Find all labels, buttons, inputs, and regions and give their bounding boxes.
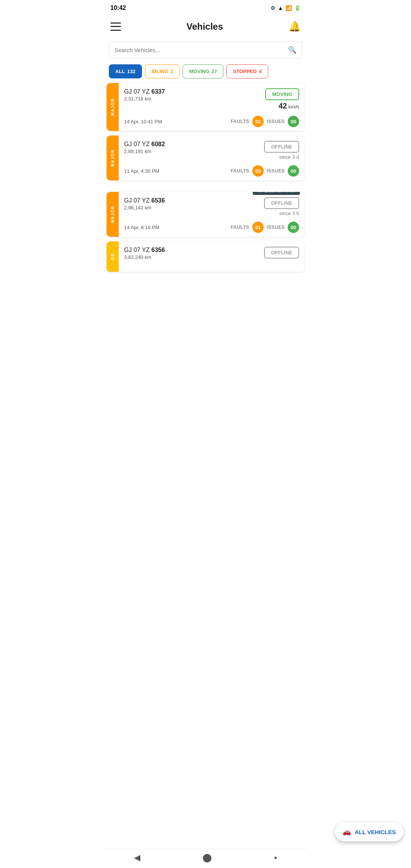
issues-label: ISSUES bbox=[267, 225, 285, 230]
vehicle-card[interactable]: MAJOR GJ 07 YZ 6082 2,89,191 km OFFLINE … bbox=[107, 136, 304, 180]
recent-button[interactable]: ▪ bbox=[274, 853, 277, 863]
status-time: 10:42 bbox=[110, 5, 126, 11]
menu-button[interactable] bbox=[110, 22, 121, 31]
filter-tab-all[interactable]: ALL 132 bbox=[109, 64, 142, 78]
vehicle-id: GJ 07 YZ 6082 bbox=[124, 141, 165, 148]
issues-label: ISSUES bbox=[267, 168, 285, 174]
card-top: GJ 07 YZ 6536 2,96,142 km OFFLINE since … bbox=[124, 197, 299, 216]
faults-issues: FAULTS 01 ISSUES 00 bbox=[231, 222, 299, 233]
search-input[interactable] bbox=[115, 47, 288, 53]
severity-bar: OR bbox=[107, 241, 119, 272]
since-text: since 3 d bbox=[279, 154, 299, 160]
vehicle-km: 2,96,142 km bbox=[124, 205, 165, 211]
card-right: OFFLINE since 3 h bbox=[250, 197, 299, 216]
filter-moving-label: MOVING bbox=[189, 69, 209, 74]
faults-badge: 03 bbox=[252, 165, 264, 177]
battery-icon: 🔋 bbox=[294, 5, 301, 11]
bottom-nav: ◀ ⬤ ▪ bbox=[103, 849, 308, 868]
filter-tab-moving[interactable]: MOVING 27 bbox=[183, 64, 223, 78]
faults-label: FAULTS bbox=[231, 225, 249, 230]
status-badge: OFFLINE bbox=[264, 197, 299, 209]
card-date: 14 Apr, 10:41 PM bbox=[124, 119, 162, 124]
filter-idling-count: 2 bbox=[170, 69, 173, 74]
status-badge: OFFLINE bbox=[264, 247, 299, 258]
home-button[interactable]: ⬤ bbox=[202, 853, 212, 863]
filter-stopped-count: 4 bbox=[259, 69, 261, 74]
status-icons: ⚙ ▲ 📶 🔋 bbox=[271, 5, 301, 11]
filter-tab-idling[interactable]: IDLING 2 bbox=[145, 64, 180, 78]
severity-bar: MAJOR bbox=[107, 192, 119, 237]
vehicle-km: 2,31,718 km bbox=[124, 96, 165, 102]
vehicle-info: GJ 07 YZ 6356 3,82,240 km bbox=[124, 247, 165, 260]
header: Vehicles 🔔 bbox=[103, 14, 308, 38]
vehicle-list: MAJOR GJ 07 YZ 6337 2,31,718 km MOVING 4… bbox=[103, 83, 308, 276]
issues-badge: 00 bbox=[288, 222, 299, 233]
since-text: since 3 h bbox=[279, 211, 299, 216]
card-top: GJ 07 YZ 6337 2,31,718 km MOVING 42 km/h bbox=[124, 88, 299, 110]
speed-display: 42 km/h bbox=[279, 102, 299, 110]
vehicle-km: 3,82,240 km bbox=[124, 254, 165, 260]
faults-issues: FAULTS 03 ISSUES 00 bbox=[231, 116, 299, 127]
card-date: 14 Apr, 8:16 PM bbox=[124, 225, 159, 230]
vehicle-info: GJ 07 YZ 6337 2,31,718 km bbox=[124, 88, 165, 102]
faults-label: FAULTS bbox=[231, 119, 249, 124]
filter-stopped-label: STOPPED bbox=[233, 69, 256, 74]
card-content: GJ 07 YZ 6082 2,89,191 km OFFLINE since … bbox=[119, 136, 304, 180]
card-footer: 14 Apr, 8:16 PM FAULTS 01 ISSUES 00 bbox=[124, 222, 299, 233]
signal-icon: 📶 bbox=[285, 5, 292, 11]
card-right: MOVING 42 km/h bbox=[250, 88, 299, 110]
vehicle-info: GJ 07 YZ 6536 2,96,142 km bbox=[124, 197, 165, 211]
tooltip-banner: No External Power bbox=[253, 192, 300, 195]
card-top: GJ 07 YZ 6082 2,89,191 km OFFLINE since … bbox=[124, 141, 299, 160]
status-badge: MOVING bbox=[265, 88, 299, 100]
issues-badge: 00 bbox=[288, 165, 299, 177]
card-content: GJ 07 YZ 6356 3,82,240 km OFFLINE bbox=[119, 241, 304, 272]
vehicle-km: 2,89,191 km bbox=[124, 148, 165, 154]
vehicle-id: GJ 07 YZ 6337 bbox=[124, 88, 165, 95]
filter-tab-stopped[interactable]: STOPPED 4 bbox=[226, 64, 268, 78]
faults-badge: 03 bbox=[252, 116, 264, 127]
card-footer: 11 Apr, 4:30 PM FAULTS 03 ISSUES 00 bbox=[124, 165, 299, 177]
status-bar: 10:42 ⚙ ▲ 📶 🔋 bbox=[103, 0, 308, 14]
severity-bar: MAJOR bbox=[107, 136, 119, 180]
card-top: GJ 07 YZ 6356 3,82,240 km OFFLINE bbox=[124, 247, 299, 260]
settings-icon: ⚙ bbox=[271, 5, 276, 11]
search-icon: 🔍 bbox=[288, 46, 296, 54]
issues-label: ISSUES bbox=[267, 119, 285, 124]
wifi-icon: ▲ bbox=[278, 5, 283, 11]
back-button[interactable]: ◀ bbox=[134, 853, 140, 863]
card-footer: 14 Apr, 10:41 PM FAULTS 03 ISSUES 00 bbox=[124, 116, 299, 127]
filter-tabs: ALL 132 IDLING 2 MOVING 27 STOPPED 4 bbox=[103, 64, 308, 78]
search-bar[interactable]: 🔍 bbox=[109, 41, 302, 58]
filter-idling-label: IDLING bbox=[151, 69, 168, 74]
page-title: Vehicles bbox=[186, 21, 223, 32]
severity-bar: MAJOR bbox=[107, 83, 119, 131]
card-date: 11 Apr, 4:30 PM bbox=[124, 168, 159, 174]
vehicle-card[interactable]: MAJOR GJ 07 YZ 6337 2,31,718 km MOVING 4… bbox=[107, 83, 304, 131]
card-right: OFFLINE since 3 d bbox=[250, 141, 299, 160]
notification-bell-icon[interactable]: 🔔 bbox=[288, 21, 301, 32]
vehicle-id: GJ 07 YZ 6536 bbox=[124, 197, 165, 204]
faults-issues: FAULTS 03 ISSUES 00 bbox=[231, 165, 299, 177]
card-content: GJ 07 YZ 6337 2,31,718 km MOVING 42 km/h… bbox=[119, 83, 304, 131]
filter-moving-count: 27 bbox=[212, 69, 217, 74]
vehicle-card[interactable]: No External Power MAJOR GJ 07 YZ 6536 2,… bbox=[107, 192, 304, 237]
filter-all-label: ALL bbox=[115, 69, 125, 74]
status-badge: OFFLINE bbox=[264, 141, 299, 153]
vehicle-card[interactable]: OR GJ 07 YZ 6356 3,82,240 km OFFLINE bbox=[107, 241, 304, 272]
card-right: OFFLINE bbox=[250, 247, 299, 258]
faults-badge: 01 bbox=[252, 222, 264, 233]
vehicle-id: GJ 07 YZ 6356 bbox=[124, 247, 165, 254]
faults-label: FAULTS bbox=[231, 168, 249, 174]
card-content: GJ 07 YZ 6536 2,96,142 km OFFLINE since … bbox=[119, 192, 304, 237]
issues-badge: 00 bbox=[288, 116, 299, 127]
vehicle-info: GJ 07 YZ 6082 2,89,191 km bbox=[124, 141, 165, 154]
filter-all-count: 132 bbox=[127, 69, 135, 74]
